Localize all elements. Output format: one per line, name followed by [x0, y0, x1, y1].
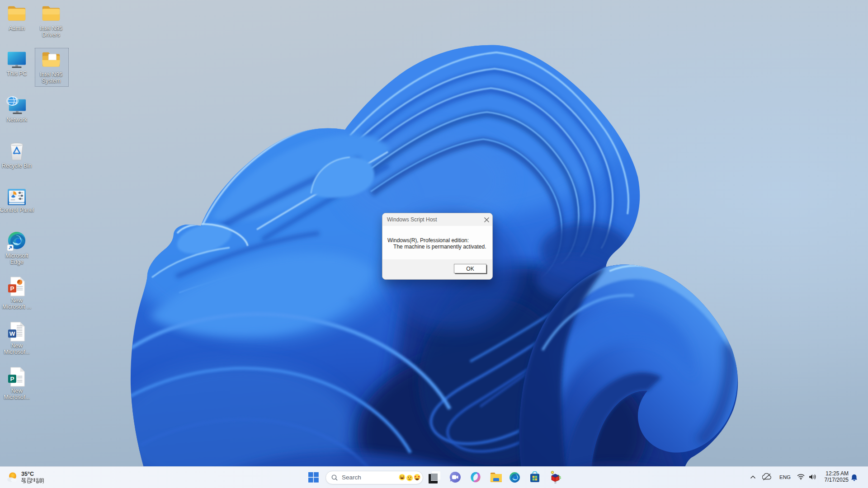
svg-text:W: W: [9, 330, 15, 337]
svg-text:P: P: [10, 375, 14, 382]
svg-text:P: P: [10, 285, 14, 292]
